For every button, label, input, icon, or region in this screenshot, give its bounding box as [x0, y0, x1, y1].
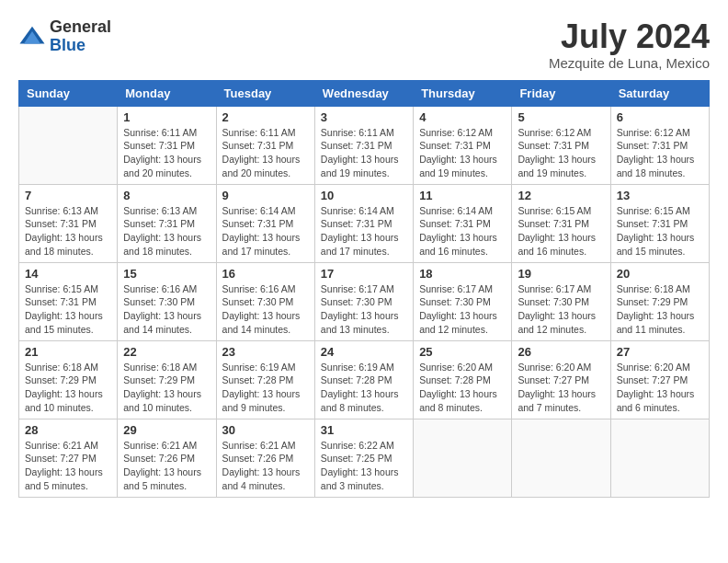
day-info: Sunrise: 6:12 AMSunset: 7:31 PMDaylight:… — [518, 126, 604, 180]
day-cell-0-0 — [19, 106, 118, 184]
day-cell-1-6: 13 Sunrise: 6:15 AMSunset: 7:31 PMDaylig… — [610, 184, 709, 262]
day-info: Sunrise: 6:14 AMSunset: 7:31 PMDaylight:… — [321, 204, 407, 259]
day-cell-1-5: 12 Sunrise: 6:15 AMSunset: 7:31 PMDaylig… — [512, 184, 610, 262]
day-cell-0-5: 5 Sunrise: 6:12 AMSunset: 7:31 PMDayligh… — [512, 106, 610, 184]
col-friday: Friday — [512, 80, 610, 106]
day-number: 10 — [321, 189, 407, 202]
day-number: 7 — [25, 189, 111, 202]
week-row-5: 28 Sunrise: 6:21 AMSunset: 7:27 PMDaylig… — [19, 419, 710, 497]
col-sunday: Sunday — [19, 80, 118, 106]
day-cell-1-4: 11 Sunrise: 6:14 AMSunset: 7:31 PMDaylig… — [414, 184, 512, 262]
col-thursday: Thursday — [414, 80, 512, 106]
day-number: 2 — [222, 110, 309, 124]
day-cell-0-2: 2 Sunrise: 6:11 AMSunset: 7:31 PMDayligh… — [216, 106, 314, 184]
day-info: Sunrise: 6:21 AMSunset: 7:26 PMDaylight:… — [123, 439, 210, 493]
day-cell-2-1: 15 Sunrise: 6:16 AMSunset: 7:30 PMDaylig… — [118, 262, 216, 340]
day-number: 6 — [617, 110, 703, 124]
day-cell-4-2: 30 Sunrise: 6:21 AMSunset: 7:26 PMDaylig… — [216, 419, 314, 497]
day-number: 16 — [222, 267, 309, 281]
day-info: Sunrise: 6:14 AMSunset: 7:31 PMDaylight:… — [419, 204, 506, 259]
day-info: Sunrise: 6:17 AMSunset: 7:30 PMDaylight:… — [419, 282, 506, 337]
day-info: Sunrise: 6:15 AMSunset: 7:31 PMDaylight:… — [25, 282, 111, 337]
day-cell-2-5: 19 Sunrise: 6:17 AMSunset: 7:30 PMDaylig… — [512, 262, 610, 340]
day-number: 13 — [617, 189, 703, 202]
day-cell-0-3: 3 Sunrise: 6:11 AMSunset: 7:31 PMDayligh… — [314, 106, 413, 184]
logo: General Blue — [18, 18, 111, 55]
day-cell-3-2: 23 Sunrise: 6:19 AMSunset: 7:28 PMDaylig… — [216, 340, 314, 419]
day-number: 20 — [617, 267, 703, 281]
day-cell-2-3: 17 Sunrise: 6:17 AMSunset: 7:30 PMDaylig… — [314, 262, 413, 340]
day-info: Sunrise: 6:20 AMSunset: 7:28 PMDaylight:… — [419, 361, 506, 415]
day-info: Sunrise: 6:21 AMSunset: 7:27 PMDaylight:… — [25, 439, 111, 493]
day-cell-4-0: 28 Sunrise: 6:21 AMSunset: 7:27 PMDaylig… — [19, 419, 118, 497]
col-saturday: Saturday — [610, 80, 709, 106]
logo-blue-text: Blue — [50, 36, 85, 54]
col-monday: Monday — [118, 80, 216, 106]
day-info: Sunrise: 6:11 AMSunset: 7:31 PMDaylight:… — [321, 126, 407, 180]
week-row-2: 7 Sunrise: 6:13 AMSunset: 7:31 PMDayligh… — [19, 184, 710, 262]
day-info: Sunrise: 6:18 AMSunset: 7:29 PMDaylight:… — [617, 282, 703, 337]
week-row-3: 14 Sunrise: 6:15 AMSunset: 7:31 PMDaylig… — [19, 262, 710, 340]
day-cell-1-0: 7 Sunrise: 6:13 AMSunset: 7:31 PMDayligh… — [19, 184, 118, 262]
day-number: 17 — [321, 267, 407, 281]
page-header: General Blue July 2024 Mezquite de Luna,… — [18, 18, 710, 71]
day-cell-0-6: 6 Sunrise: 6:12 AMSunset: 7:31 PMDayligh… — [610, 106, 709, 184]
day-cell-2-6: 20 Sunrise: 6:18 AMSunset: 7:29 PMDaylig… — [610, 262, 709, 340]
week-row-1: 1 Sunrise: 6:11 AMSunset: 7:31 PMDayligh… — [19, 106, 710, 184]
day-info: Sunrise: 6:18 AMSunset: 7:29 PMDaylight:… — [25, 361, 111, 415]
day-number: 5 — [518, 110, 604, 124]
day-cell-1-3: 10 Sunrise: 6:14 AMSunset: 7:31 PMDaylig… — [314, 184, 413, 262]
day-number: 30 — [222, 423, 309, 437]
day-number: 24 — [321, 345, 407, 359]
day-number: 1 — [123, 110, 210, 124]
day-number: 9 — [222, 189, 309, 202]
day-cell-2-2: 16 Sunrise: 6:16 AMSunset: 7:30 PMDaylig… — [216, 262, 314, 340]
day-info: Sunrise: 6:12 AMSunset: 7:31 PMDaylight:… — [617, 126, 703, 180]
day-number: 8 — [123, 189, 210, 202]
day-info: Sunrise: 6:16 AMSunset: 7:30 PMDaylight:… — [222, 282, 309, 337]
day-cell-1-1: 8 Sunrise: 6:13 AMSunset: 7:31 PMDayligh… — [118, 184, 216, 262]
calendar-header-row: Sunday Monday Tuesday Wednesday Thursday… — [19, 80, 710, 106]
day-cell-2-4: 18 Sunrise: 6:17 AMSunset: 7:30 PMDaylig… — [414, 262, 512, 340]
day-number: 28 — [25, 423, 111, 437]
day-info: Sunrise: 6:13 AMSunset: 7:31 PMDaylight:… — [25, 204, 111, 259]
day-info: Sunrise: 6:16 AMSunset: 7:30 PMDaylight:… — [123, 282, 210, 337]
day-number: 18 — [419, 267, 506, 281]
day-info: Sunrise: 6:11 AMSunset: 7:31 PMDaylight:… — [222, 126, 309, 180]
col-tuesday: Tuesday — [216, 80, 314, 106]
day-number: 12 — [518, 189, 604, 202]
day-info: Sunrise: 6:13 AMSunset: 7:31 PMDaylight:… — [123, 204, 210, 259]
calendar-table: Sunday Monday Tuesday Wednesday Thursday… — [18, 80, 710, 498]
day-cell-4-6 — [610, 419, 709, 497]
day-info: Sunrise: 6:18 AMSunset: 7:29 PMDaylight:… — [123, 361, 210, 415]
day-number: 4 — [419, 110, 506, 124]
day-number: 31 — [321, 423, 407, 437]
day-number: 14 — [25, 267, 111, 281]
day-cell-0-1: 1 Sunrise: 6:11 AMSunset: 7:31 PMDayligh… — [118, 106, 216, 184]
day-info: Sunrise: 6:17 AMSunset: 7:30 PMDaylight:… — [321, 282, 407, 337]
day-number: 23 — [222, 345, 309, 359]
day-info: Sunrise: 6:12 AMSunset: 7:31 PMDaylight:… — [419, 126, 506, 180]
day-cell-0-4: 4 Sunrise: 6:12 AMSunset: 7:31 PMDayligh… — [414, 106, 512, 184]
day-info: Sunrise: 6:19 AMSunset: 7:28 PMDaylight:… — [222, 361, 309, 415]
day-info: Sunrise: 6:21 AMSunset: 7:26 PMDaylight:… — [222, 439, 309, 493]
day-number: 22 — [123, 345, 210, 359]
week-row-4: 21 Sunrise: 6:18 AMSunset: 7:29 PMDaylig… — [19, 340, 710, 419]
day-info: Sunrise: 6:17 AMSunset: 7:30 PMDaylight:… — [518, 282, 604, 337]
day-info: Sunrise: 6:15 AMSunset: 7:31 PMDaylight:… — [617, 204, 703, 259]
day-number: 15 — [123, 267, 210, 281]
day-number: 21 — [25, 345, 111, 359]
day-info: Sunrise: 6:20 AMSunset: 7:27 PMDaylight:… — [617, 361, 703, 415]
day-number: 25 — [419, 345, 506, 359]
day-cell-3-3: 24 Sunrise: 6:19 AMSunset: 7:28 PMDaylig… — [314, 340, 413, 419]
day-number: 3 — [321, 110, 407, 124]
day-cell-3-6: 27 Sunrise: 6:20 AMSunset: 7:27 PMDaylig… — [610, 340, 709, 419]
day-info: Sunrise: 6:20 AMSunset: 7:27 PMDaylight:… — [518, 361, 604, 415]
day-number: 11 — [419, 189, 506, 202]
day-number: 27 — [617, 345, 703, 359]
logo-text: General Blue — [50, 18, 111, 55]
day-info: Sunrise: 6:11 AMSunset: 7:31 PMDaylight:… — [123, 126, 210, 180]
day-number: 29 — [123, 423, 210, 437]
day-info: Sunrise: 6:22 AMSunset: 7:25 PMDaylight:… — [321, 439, 407, 493]
day-number: 19 — [518, 267, 604, 281]
